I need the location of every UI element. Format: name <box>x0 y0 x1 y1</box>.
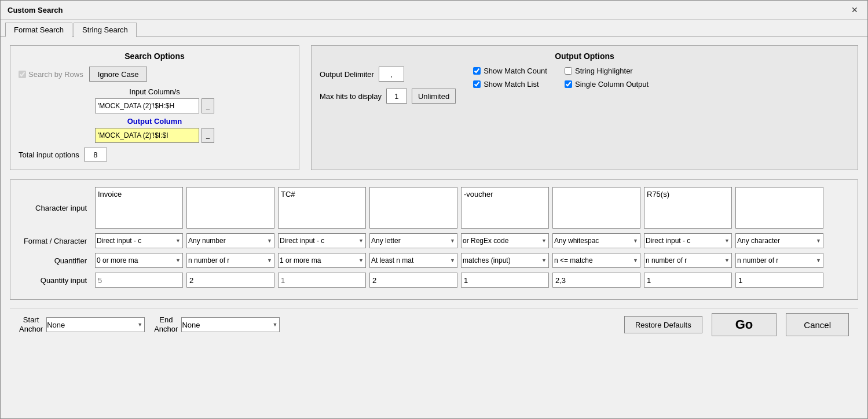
format-select-4[interactable]: or RegEx code <box>461 233 549 248</box>
format-select-0[interactable]: Direct input - c <box>95 233 183 248</box>
close-button[interactable]: ✕ <box>849 4 860 16</box>
char-input-7[interactable] <box>735 187 823 229</box>
quantifier-select-wrapper-1: n number of r <box>186 253 274 268</box>
output-column-picker-btn[interactable]: _ <box>202 128 214 143</box>
output-options-panel: Output Options Output Delimiter Max hits… <box>311 45 858 170</box>
qty-input-0[interactable] <box>95 273 183 288</box>
quantifier-select-7[interactable]: n number of r <box>735 253 823 268</box>
qty-input-1[interactable] <box>186 273 274 288</box>
format-select-7[interactable]: Any character <box>735 233 823 248</box>
show-match-count-checkbox[interactable] <box>473 67 481 75</box>
input-column-field[interactable] <box>95 98 199 113</box>
delimiter-row: Output Delimiter <box>320 67 456 82</box>
char-input-label: Character input <box>16 204 91 212</box>
delimiter-field[interactable] <box>379 67 404 82</box>
quantifier-select-wrapper-0: 0 or more ma <box>95 253 183 268</box>
char-input-5[interactable] <box>552 187 640 229</box>
start-anchor-select[interactable]: None <box>46 317 145 332</box>
qty-input-5[interactable] <box>552 273 640 288</box>
char-input-6[interactable]: R75(s) <box>644 187 732 229</box>
qty-input-2[interactable] <box>278 273 366 288</box>
single-column-output-checkbox[interactable] <box>565 80 572 88</box>
end-anchor-select-wrapper: None <box>181 317 280 332</box>
start-anchor-group: Start Anchor None <box>19 315 145 333</box>
max-hits-field[interactable] <box>386 89 407 104</box>
restore-defaults-button[interactable]: Restore Defaults <box>624 316 702 333</box>
format-label: Format / Character <box>16 237 91 245</box>
format-select-wrapper-4: or RegEx code <box>461 233 549 248</box>
format-select-wrapper-6: Direct input - c <box>644 233 732 248</box>
search-options-panel: Search Options Search by Rows Ignore Cas… <box>10 45 299 170</box>
char-input-1[interactable] <box>186 187 274 229</box>
format-select-1[interactable]: Any number <box>186 233 274 248</box>
format-select-3[interactable]: Any letter <box>369 233 457 248</box>
format-select-wrapper-1: Any number <box>186 233 274 248</box>
quantifier-select-wrapper-2: 1 or more ma <box>278 253 366 268</box>
cancel-button[interactable]: Cancel <box>786 313 849 336</box>
output-column-field[interactable] <box>95 128 199 143</box>
quantifier-select-4[interactable]: matches (input) <box>461 253 549 268</box>
format-select-wrapper-7: Any character <box>735 233 823 248</box>
main-window: Custom Search ✕ Format Search String Sea… <box>0 0 868 419</box>
input-column-label: Input Column/s <box>19 87 291 96</box>
end-anchor-select[interactable]: None <box>181 317 280 332</box>
tab-bar: Format Search String Search <box>1 20 867 37</box>
quantifier-row: Quantifier 0 or more ma n number of r 1 … <box>16 253 852 268</box>
start-anchor-select-wrapper: None <box>46 317 145 332</box>
qty-input-6[interactable] <box>644 273 732 288</box>
quantifier-select-wrapper-6: n number of r <box>644 253 732 268</box>
format-select-wrapper-3: Any letter <box>369 233 457 248</box>
format-select-wrapper-0: Direct input - c <box>95 233 183 248</box>
go-button[interactable]: Go <box>712 313 777 336</box>
checkboxes-col-right: String Highlighter Single Column Output <box>565 67 649 104</box>
qty-input-4[interactable] <box>461 273 549 288</box>
string-highlighter-label: String Highlighter <box>575 67 633 75</box>
tab-string-search[interactable]: String Search <box>74 23 137 37</box>
output-options-grid: Output Delimiter Max hits to display Unl… <box>320 67 849 104</box>
bottom-bar: Start Anchor None End Anchor None Restor… <box>10 308 858 341</box>
show-match-list-checkbox[interactable] <box>473 80 481 88</box>
format-select-wrapper-2: Direct input - c <box>278 233 366 248</box>
quantity-label: Quantity input <box>16 276 91 285</box>
unlimited-button[interactable]: Unlimited <box>412 89 456 104</box>
quantifier-select-1[interactable]: n number of r <box>186 253 274 268</box>
qty-input-7[interactable] <box>735 273 823 288</box>
format-row: Format / Character Direct input - c Any … <box>16 233 852 248</box>
quantifier-select-wrapper-3: At least n mat <box>369 253 457 268</box>
quantifier-select-wrapper-7: n number of r <box>735 253 823 268</box>
qty-input-3[interactable] <box>369 273 457 288</box>
total-input-field[interactable] <box>84 148 107 161</box>
input-column-section: Input Column/s _ <box>19 87 291 113</box>
window-title: Custom Search <box>8 6 63 14</box>
char-input-2[interactable]: TC# <box>278 187 366 229</box>
quantifier-label: Quantifier <box>16 256 91 265</box>
char-input-4[interactable]: -voucher <box>461 187 549 229</box>
output-column-label: Output Column <box>19 117 291 126</box>
search-by-rows-label: Search by Rows <box>19 70 83 79</box>
quantifier-select-0[interactable]: 0 or more ma <box>95 253 183 268</box>
format-select-6[interactable]: Direct input - c <box>644 233 732 248</box>
input-column-picker-btn[interactable]: _ <box>202 98 214 113</box>
char-input-0[interactable]: Invoice <box>95 187 183 229</box>
format-select-2[interactable]: Direct input - c <box>278 233 366 248</box>
quantifier-select-wrapper-4: matches (input) <box>461 253 549 268</box>
show-match-list-row: Show Match List <box>473 80 547 89</box>
end-anchor-label: End Anchor <box>154 315 178 333</box>
quantifier-select-6[interactable]: n number of r <box>644 253 732 268</box>
quantifier-select-3[interactable]: At least n mat <box>369 253 457 268</box>
search-by-rows-checkbox[interactable] <box>19 71 26 78</box>
string-highlighter-row: String Highlighter <box>565 67 649 75</box>
quantifier-select-wrapper-5: n <= matche <box>552 253 640 268</box>
main-content: Search Options Search by Rows Ignore Cas… <box>1 37 867 418</box>
checkboxes-col-left: Show Match Count Show Match List <box>473 67 547 104</box>
string-highlighter-checkbox[interactable] <box>565 67 572 75</box>
quantifier-select-2[interactable]: 1 or more ma <box>278 253 366 268</box>
grid-section: Character input Invoice TC# -voucher R75… <box>10 179 858 300</box>
format-select-5[interactable]: Any whitespac <box>552 233 640 248</box>
char-input-3[interactable] <box>369 187 457 229</box>
tab-format-search[interactable]: Format Search <box>5 23 72 37</box>
ignore-case-button[interactable]: Ignore Case <box>89 67 148 82</box>
output-column-row: _ <box>19 128 291 143</box>
quantifier-select-5[interactable]: n <= matche <box>552 253 640 268</box>
show-match-count-row: Show Match Count <box>473 67 547 75</box>
